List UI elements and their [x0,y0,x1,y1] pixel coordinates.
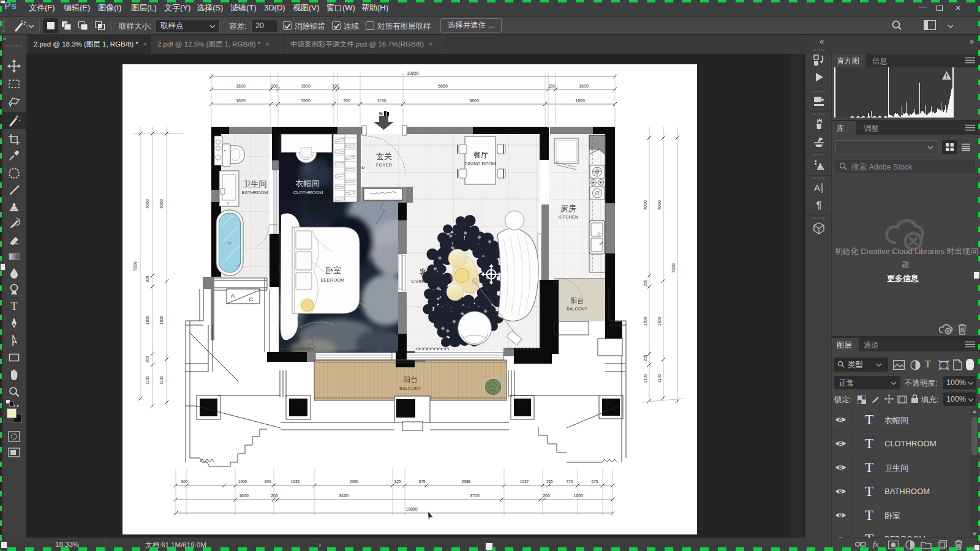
svg-text:7300: 7300 [133,261,137,271]
svg-text:770: 770 [567,479,573,484]
svg-text:DINING ROOM: DINING ROOM [464,161,496,167]
svg-text:575: 575 [419,479,426,484]
svg-text:1500: 1500 [301,84,311,88]
svg-text:A: A [231,293,235,299]
svg-text:300: 300 [145,356,149,362]
svg-text:7300: 7300 [671,263,676,273]
svg-text:300: 300 [145,276,149,282]
svg-text:厨房: 厨房 [560,204,576,213]
svg-text:1000: 1000 [238,479,247,484]
svg-text:325: 325 [394,479,401,484]
svg-text:阳台: 阳台 [570,297,584,304]
svg-text:1500: 1500 [301,99,311,103]
svg-text:1100: 1100 [657,374,662,383]
svg-text:1800: 1800 [159,315,164,324]
svg-text:1035: 1035 [291,479,300,484]
svg-text:3450: 3450 [339,493,349,498]
svg-text:1800: 1800 [145,315,149,324]
svg-text:4000: 4000 [159,199,164,209]
svg-text:餐厅: 餐厅 [473,151,488,159]
svg-text:T: T [11,300,18,312]
svg-text:N: N [379,111,383,116]
svg-text:3700: 3700 [470,493,480,498]
svg-text:10850: 10850 [407,71,419,75]
svg-text:BEDROOM: BEDROOM [321,277,345,283]
svg-text:1100: 1100 [643,374,647,383]
svg-text:卫生间: 卫生间 [243,179,267,189]
svg-text:200: 200 [643,279,647,286]
svg-text:1800: 1800 [575,99,585,103]
svg-text:1600: 1600 [573,493,583,498]
svg-text:1600: 1600 [239,493,249,498]
svg-text:200: 200 [271,493,278,498]
svg-text:675: 675 [592,479,598,484]
svg-text:1150: 1150 [377,99,386,103]
svg-text:阳台: 阳台 [403,375,418,384]
svg-text:155: 155 [546,479,553,484]
svg-text:BATHROOM: BATHROOM [242,190,268,195]
svg-text:1800: 1800 [643,317,647,326]
svg-text:BALCONY: BALCONY [567,307,587,311]
svg-text:200: 200 [271,84,278,88]
svg-text:C: C [249,296,254,302]
svg-text:1800: 1800 [657,317,662,326]
svg-text:衣帽间: 衣帽间 [296,179,320,188]
svg-text:3800: 3800 [469,99,479,103]
svg-text:玄关: 玄关 [376,152,392,161]
svg-text:1037: 1037 [520,479,529,484]
svg-text:A: A [814,182,820,193]
svg-text:4000: 4000 [643,200,647,210]
svg-text:¶: ¶ [816,200,822,211]
svg-text:1600: 1600 [236,84,246,88]
svg-text:FOYER: FOYER [376,162,392,168]
svg-text:1100: 1100 [159,376,164,384]
svg-text:1600: 1600 [236,99,246,103]
svg-text:4000: 4000 [657,200,662,210]
svg-text:1100: 1100 [145,376,149,384]
svg-text:300: 300 [265,479,271,484]
svg-text:700: 700 [343,99,350,103]
svg-text:卧室: 卧室 [325,266,341,275]
svg-text:BALCONY: BALCONY [399,386,421,391]
svg-text:KITCHEN: KITCHEN [559,214,579,220]
svg-text:200: 200 [543,493,550,498]
svg-text:4000: 4000 [145,199,149,209]
svg-text:200: 200 [548,84,556,88]
svg-text:CLOTHROOM: CLOTHROOM [293,190,323,195]
svg-text:10850: 10850 [405,507,418,511]
svg-text:2090: 2090 [350,479,359,484]
svg-text:2088: 2088 [462,479,471,484]
svg-text:200: 200 [643,354,647,361]
svg-text:100: 100 [332,84,339,88]
svg-text:5650: 5650 [438,84,448,88]
svg-text:1600: 1600 [579,84,589,88]
